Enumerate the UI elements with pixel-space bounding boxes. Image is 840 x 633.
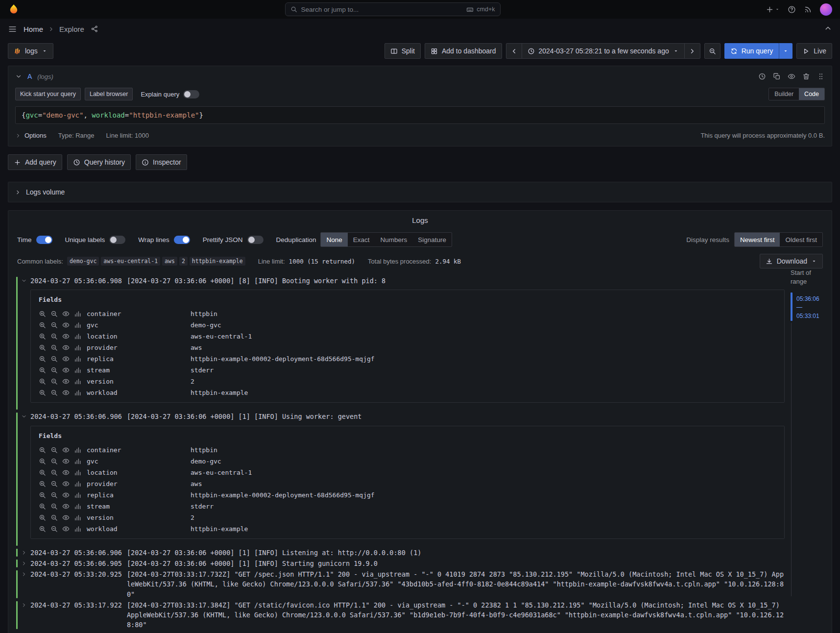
log-row[interactable]: 2024-03-27 05:36:06.908 [2024-03-27 03:3… — [16, 275, 785, 411]
dedup-none-button[interactable]: None — [321, 233, 347, 246]
mode-builder-button[interactable]: Builder — [769, 88, 799, 100]
field-stats-icon[interactable] — [74, 458, 81, 465]
new-menu-button[interactable] — [766, 5, 780, 14]
user-avatar[interactable] — [820, 3, 832, 16]
field-stats-icon[interactable] — [74, 378, 81, 385]
filter-for-value-icon[interactable] — [39, 355, 46, 363]
dedup-numbers-button[interactable]: Numbers — [375, 233, 412, 246]
filter-out-value-icon[interactable] — [50, 491, 58, 499]
toggle-field-visibility-icon[interactable] — [62, 480, 70, 487]
filter-out-value-icon[interactable] — [50, 446, 58, 454]
query-code-editor[interactable]: {gvc="demo-gvc", workload="httpbin-examp… — [15, 106, 825, 124]
query-history-button[interactable]: Query history — [67, 154, 131, 170]
toggle-field-visibility-icon[interactable] — [62, 321, 70, 329]
filter-out-value-icon[interactable] — [50, 333, 58, 340]
field-stats-icon[interactable] — [74, 333, 81, 340]
run-query-options-button[interactable] — [779, 43, 792, 59]
expand-log-icon[interactable] — [21, 550, 27, 556]
field-stats-icon[interactable] — [74, 344, 81, 351]
filter-for-value-icon[interactable] — [39, 310, 46, 317]
toggle-field-visibility-icon[interactable] — [62, 503, 70, 510]
filter-for-value-icon[interactable] — [39, 469, 46, 476]
field-stats-icon[interactable] — [74, 469, 81, 476]
toggle-field-visibility-icon[interactable] — [62, 344, 70, 351]
hide-query-icon[interactable] — [788, 73, 795, 80]
toggle-field-visibility-icon[interactable] — [62, 389, 70, 396]
field-stats-icon[interactable] — [74, 355, 81, 363]
filter-for-value-icon[interactable] — [39, 366, 46, 374]
toggle-field-visibility-icon[interactable] — [62, 333, 70, 340]
filter-out-value-icon[interactable] — [50, 378, 58, 385]
search-input[interactable] — [301, 6, 463, 13]
collapse-log-icon[interactable] — [21, 278, 27, 284]
run-query-button[interactable]: Run query — [724, 43, 779, 59]
collapse-log-icon[interactable] — [21, 414, 27, 419]
field-stats-icon[interactable] — [74, 366, 81, 374]
download-button[interactable]: Download — [760, 254, 823, 268]
add-query-button[interactable]: Add query — [8, 154, 62, 170]
filter-for-value-icon[interactable] — [39, 458, 46, 465]
filter-out-value-icon[interactable] — [50, 503, 58, 510]
label-browser-button[interactable]: Label browser — [85, 88, 133, 100]
toggle-field-visibility-icon[interactable] — [62, 378, 70, 385]
kick-start-button[interactable]: Kick start your query — [15, 88, 81, 100]
toggle-field-visibility-icon[interactable] — [62, 458, 70, 465]
filter-for-value-icon[interactable] — [39, 389, 46, 396]
time-toggle[interactable] — [36, 236, 52, 244]
filter-out-value-icon[interactable] — [50, 480, 58, 487]
time-range-button[interactable]: 2024-03-27 05:28:21 to a few seconds ago — [522, 43, 685, 59]
toggle-field-visibility-icon[interactable] — [62, 469, 70, 476]
toggle-field-visibility-icon[interactable] — [62, 491, 70, 499]
time-zoom-out-button[interactable] — [704, 43, 720, 59]
time-forward-button[interactable] — [684, 43, 700, 59]
filter-out-value-icon[interactable] — [50, 525, 58, 533]
field-stats-icon[interactable] — [74, 503, 81, 510]
unique-labels-toggle[interactable] — [109, 236, 125, 244]
filter-out-value-icon[interactable] — [50, 310, 58, 317]
filter-for-value-icon[interactable] — [39, 446, 46, 454]
dedup-signature-button[interactable]: Signature — [412, 233, 452, 246]
log-row[interactable]: 2024-03-27 05:33:20.925 [2024-03-27T03:3… — [16, 569, 785, 600]
prettify-json-toggle[interactable] — [247, 236, 264, 244]
log-row[interactable]: 2024-03-27 05:36:06.906 [2024-03-27 03:3… — [16, 547, 785, 558]
filter-for-value-icon[interactable] — [39, 525, 46, 533]
expand-log-icon[interactable] — [21, 560, 27, 566]
filter-for-value-icon[interactable] — [39, 514, 46, 521]
field-stats-icon[interactable] — [74, 514, 81, 521]
copy-query-icon[interactable] — [773, 73, 781, 80]
toggle-field-visibility-icon[interactable] — [62, 310, 70, 317]
news-button[interactable] — [804, 5, 812, 14]
filter-out-value-icon[interactable] — [50, 321, 58, 329]
dedup-exact-button[interactable]: Exact — [348, 233, 375, 246]
collapse-query-icon[interactable] — [15, 73, 22, 80]
datasource-picker[interactable]: logs — [8, 43, 53, 59]
log-row[interactable]: 2024-03-27 05:36:06.905 [2024-03-27 03:3… — [16, 558, 785, 569]
field-stats-icon[interactable] — [74, 480, 81, 487]
filter-for-value-icon[interactable] — [39, 491, 46, 499]
field-stats-icon[interactable] — [74, 389, 81, 396]
inspector-button[interactable]: Inspector — [136, 154, 187, 170]
oldest-first-button[interactable]: Oldest first — [780, 233, 822, 246]
filter-for-value-icon[interactable] — [39, 344, 46, 351]
drag-handle-icon[interactable] — [817, 73, 825, 80]
filter-for-value-icon[interactable] — [39, 333, 46, 340]
expand-log-icon[interactable] — [21, 571, 27, 577]
split-button[interactable]: Split — [384, 43, 421, 59]
filter-for-value-icon[interactable] — [39, 503, 46, 510]
expand-log-icon[interactable] — [21, 602, 27, 608]
toggle-field-visibility-icon[interactable] — [62, 514, 70, 521]
share-shortened-link-button[interactable] — [91, 25, 98, 33]
logs-volume-panel[interactable]: Logs volume — [8, 182, 832, 202]
filter-out-value-icon[interactable] — [50, 344, 58, 351]
field-stats-icon[interactable] — [74, 525, 81, 533]
newest-first-button[interactable]: Newest first — [735, 233, 780, 246]
filter-for-value-icon[interactable] — [39, 321, 46, 329]
field-stats-icon[interactable] — [74, 321, 81, 329]
field-stats-icon[interactable] — [74, 446, 81, 454]
clock-icon[interactable] — [758, 73, 766, 80]
toggle-field-visibility-icon[interactable] — [62, 366, 70, 374]
grafana-logo-icon[interactable] — [8, 3, 20, 15]
log-row[interactable]: 2024-03-27 05:36:06.906 [2024-03-27 03:3… — [16, 411, 785, 547]
time-back-button[interactable] — [506, 43, 522, 59]
collapse-controls-button[interactable] — [824, 24, 832, 32]
